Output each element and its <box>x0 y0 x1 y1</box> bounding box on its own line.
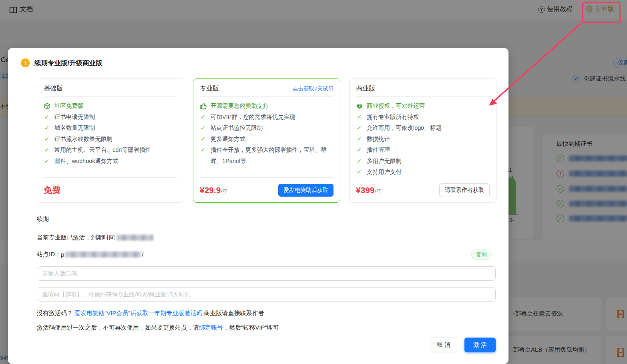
bind-account-link[interactable]: 绑定账号 <box>199 324 223 331</box>
sponsor-get-button[interactable]: 爱发电赞助后获取 <box>278 184 334 197</box>
plan-price: ¥399 <box>356 185 375 195</box>
plan-highlight: 社区免费版 <box>44 101 177 112</box>
site-id-prefix: p <box>61 251 64 258</box>
plan-price: 免费 <box>44 185 60 196</box>
plan-feature: ✓邮件、webhook通知方式 <box>44 156 177 167</box>
plan-feature: ✓插件管理 <box>356 145 490 156</box>
plan-highlight-text: 开源需要您的赞助支持 <box>211 103 269 109</box>
plan-cards: 基础版 社区免费版 ✓证书申请无限制 ✓域名数量无限制 ✓证书流水线数量无限制 … <box>37 78 496 203</box>
check-icon: ✓ <box>357 145 362 156</box>
check-icon: ✓ <box>44 134 49 145</box>
check-icon: ✓ <box>201 145 205 156</box>
modal-title: 续期专业版/升级商业版 <box>34 59 102 68</box>
plan-feature-text: 站点证书监控无限制 <box>211 125 263 131</box>
redacted-site-id <box>65 251 141 257</box>
help1-suffix: 商业版请直接联系作者 <box>202 310 264 316</box>
activation-code-input[interactable] <box>37 266 496 281</box>
plan-feature-text: 证书申请无限制 <box>54 114 95 120</box>
help-text-2: 激活码使用过一次之后，不可再次使用，如果要更换站点，请绑定账号，然后"转移VIP… <box>37 324 496 332</box>
site-id-label: 站点ID： <box>37 251 61 258</box>
plan-feature-text: 可加VIP群，您的需求将优先实现 <box>211 114 295 120</box>
plan-highlight: 开源需要您的赞助支持 <box>200 101 334 112</box>
check-icon: ✓ <box>357 112 362 123</box>
plan-feature-text: 多用户无限制 <box>367 158 402 164</box>
check-icon: ✓ <box>357 167 362 178</box>
site-id-line: 站点ID： p / 复制 <box>37 251 496 258</box>
plan-feature-text: 插件管理 <box>367 147 390 153</box>
plan-feature-text: 证书流水线数量无限制 <box>54 136 113 142</box>
plan-feature: ✓证书申请无限制 <box>44 112 177 123</box>
check-icon: ✓ <box>357 134 362 145</box>
plan-feature-text: 允许商用，可修改logo、标题 <box>367 125 442 131</box>
check-icon: ✓ <box>201 123 205 134</box>
plan-feature: ✓数据统计 <box>356 134 490 145</box>
plan-feature-text: 更多通知方式 <box>211 136 245 142</box>
plan-highlight-text: 商业授权，可对外运营 <box>367 103 425 109</box>
upgrade-modal: ! 续期专业版/升级商业版 基础版 社区免费版 ✓证书申请无限制 ✓域名数量无限… <box>8 48 508 364</box>
plan-card-pro: 专业版 点击获取7天试用 开源需要您的赞助支持 ✓可加VIP群，您的需求将优先实… <box>193 78 340 203</box>
plan-name: 商业版 <box>356 84 375 93</box>
plan-feature-text: 支持用户支付 <box>367 169 402 175</box>
cancel-button[interactable]: 取 消 <box>430 338 457 352</box>
plan-feature-text: 数据统计 <box>367 136 390 142</box>
check-icon: ✓ <box>44 123 49 134</box>
plan-feature: ✓更多通知方式 <box>200 134 334 145</box>
invite-code-input[interactable] <box>37 287 496 302</box>
activate-button[interactable]: 激 活 <box>464 338 496 352</box>
plan-feature-text: 常用的主机、云平台、cdn等部署插件 <box>54 147 151 153</box>
plan-feature-text: 拥有专业版所有特权 <box>367 114 419 120</box>
renew-section-title: 续期 <box>37 215 496 227</box>
plan-name: 基础版 <box>44 84 63 93</box>
plan-feature: ✓常用的主机、云平台、cdn等部署插件 <box>44 145 177 156</box>
activation-status-text: 当前专业版已激活，到期时间 <box>37 234 115 241</box>
help2-suffix: ，然后"转移VIP"即可 <box>223 324 279 331</box>
modal-footer: 取 消 激 活 <box>37 338 496 352</box>
warning-circle-icon: ! <box>21 58 30 67</box>
plan-card-business: 商业版 商业授权，可对外运营 ✓拥有专业版所有特权 ✓允许商用，可修改logo、… <box>349 78 496 203</box>
copy-button[interactable]: 复制 <box>471 249 492 260</box>
plan-feature: ✓多用户无限制 <box>356 156 490 167</box>
check-icon: ✓ <box>44 112 49 123</box>
trial-link[interactable]: 点击获取7天试用 <box>293 85 334 93</box>
plan-feature-text: 邮件、webhook通知方式 <box>54 158 119 164</box>
check-icon: ✓ <box>44 156 49 167</box>
plan-feature: ✓证书流水线数量无限制 <box>44 134 177 145</box>
handshake-icon <box>356 103 363 110</box>
activation-status-line: 当前专业版已激活，到期时间 <box>37 234 496 241</box>
plan-feature: ✓插件全开放，更多强大的部署插件，宝塔、群晖、1Panel等 <box>200 145 334 167</box>
plan-feature-text: 域名数量无限制 <box>54 125 95 131</box>
plan-feature: ✓拥有专业版所有特权 <box>356 112 490 123</box>
plan-feature: ✓可加VIP群，您的需求将优先实现 <box>200 112 334 123</box>
plan-highlight-text: 社区免费版 <box>54 103 84 109</box>
renew-section: 续期 当前专业版已激活，到期时间 站点ID： p / 复制 没有激活码？ 爱发电… <box>37 215 496 352</box>
plan-highlight: 商业授权，可对外运营 <box>356 101 490 112</box>
thumbs-up-icon <box>200 103 207 110</box>
plan-feature: ✓支持用户支付 <box>356 167 490 178</box>
plan-price: ¥29.9 <box>200 185 221 195</box>
plan-feature: ✓域名数量无限制 <box>44 123 177 134</box>
plan-card-basic: 基础版 社区免费版 ✓证书申请无限制 ✓域名数量无限制 ✓证书流水线数量无限制 … <box>37 78 184 203</box>
plan-price-unit: /年 <box>221 188 228 194</box>
site-id-suffix: / <box>142 251 143 258</box>
plan-name: 专业版 <box>200 84 219 93</box>
plan-feature: ✓允许商用，可修改logo、标题 <box>356 123 490 134</box>
sponsor-vip-link[interactable]: 爱发电赞助“VIP会员”后获取一年期专业版激活码 <box>74 310 202 316</box>
plan-feature: ✓站点证书监控无限制 <box>200 123 334 134</box>
check-icon: ✓ <box>201 112 205 123</box>
check-icon: ✓ <box>357 156 362 167</box>
plan-price-unit: /年 <box>375 188 382 194</box>
help1-prefix: 没有激活码？ <box>37 310 74 316</box>
help-text-1: 没有激活码？ 爱发电赞助“VIP会员”后获取一年期专业版激活码 商业版请直接联系… <box>37 310 496 317</box>
check-icon: ✓ <box>44 145 49 156</box>
check-icon: ✓ <box>357 123 362 134</box>
package-icon <box>44 103 51 110</box>
contact-author-button[interactable]: 请联系作者获取 <box>439 183 490 197</box>
plan-feature-text: 插件全开放，更多强大的部署插件，宝塔、群晖、1Panel等 <box>211 147 327 164</box>
redacted-expiry-date <box>117 235 153 241</box>
help2-prefix: 激活码使用过一次之后，不可再次使用，如果要更换站点，请 <box>37 324 199 331</box>
check-icon: ✓ <box>201 134 205 145</box>
